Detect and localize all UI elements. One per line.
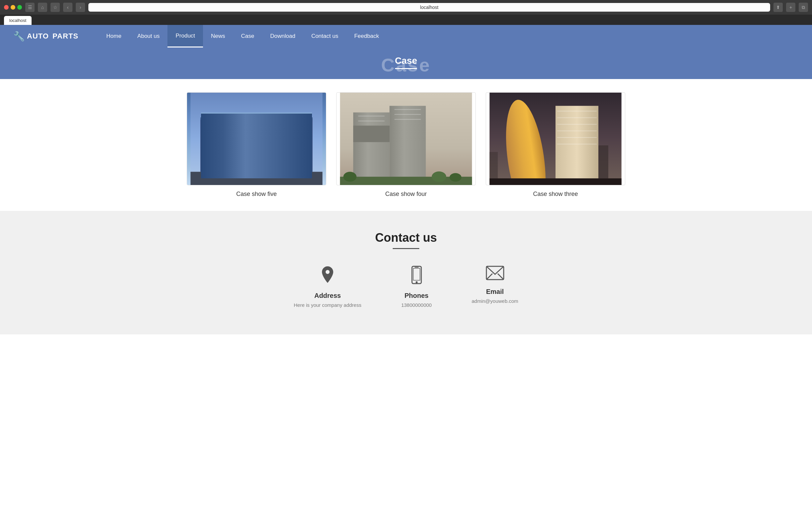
contact-divider [393,248,419,249]
svg-rect-6 [207,142,306,143]
svg-rect-46 [415,267,419,268]
svg-rect-3 [207,122,306,123]
svg-rect-21 [389,106,425,178]
case-card-four: Case show four [336,92,476,198]
svg-rect-24 [394,109,421,110]
svg-rect-2 [200,119,313,172]
contact-email-title: Email [472,288,518,296]
svg-rect-9 [207,162,306,163]
logo-auto: AUTO [27,32,49,40]
tab-bar: localhost [0,15,812,25]
contact-address-title: Address [294,292,361,300]
nav-about[interactable]: About us [129,25,168,47]
browser-chrome: ☰ ⌂ ☆ ‹ › localhost ⬆ + ⧉ [0,0,812,15]
contact-address: Address Here is your company address [294,266,361,308]
svg-rect-10 [217,119,218,172]
navbar: 🔧 AUTO PARTS Home About us Product News … [0,25,812,47]
case-image-four [336,92,476,185]
svg-rect-16 [200,117,313,120]
nav-feedback[interactable]: Feedback [346,25,387,47]
svg-rect-26 [394,119,421,120]
svg-rect-19 [353,112,389,179]
svg-line-49 [498,274,504,280]
browser-tab[interactable]: localhost [4,16,32,25]
svg-rect-23 [358,121,385,121]
svg-rect-37 [557,131,597,131]
forward-button[interactable]: › [76,3,85,12]
contact-address-value: Here is your company address [294,302,361,308]
main-content: Case show five [0,79,812,211]
close-window-button[interactable] [4,5,9,10]
location-icon [294,266,361,288]
home-button[interactable]: ⌂ [38,3,47,12]
svg-rect-22 [358,116,385,117]
svg-rect-39 [557,144,597,145]
back-button[interactable]: ‹ [63,3,72,12]
case-title-four: Case show four [336,191,476,198]
bookmark-button[interactable]: ☆ [50,3,60,12]
nav-download[interactable]: Download [262,25,303,47]
email-icon [472,266,518,284]
browser-window-controls [4,5,22,10]
sidebar-toggle-button[interactable]: ☰ [25,3,34,12]
logo: 🔧 AUTO PARTS [13,31,78,42]
contact-section: Contact us Address Here is your company … [0,211,812,334]
svg-rect-17 [230,131,270,137]
logo-icon: 🔧 [13,31,25,42]
svg-rect-25 [394,114,421,115]
case-card-five: Case show five [187,92,326,198]
nav-news[interactable]: News [203,25,233,47]
svg-point-45 [416,281,418,283]
case-card-three: Case show three [486,92,625,198]
svg-rect-34 [557,111,597,111]
nav-contact[interactable]: Contact us [303,25,346,47]
svg-point-30 [450,173,462,182]
contact-grid: Address Here is your company address Pho… [27,266,785,308]
logo-parts: PARTS [53,32,78,40]
svg-rect-7 [207,149,306,149]
svg-rect-38 [557,137,597,138]
nav-home[interactable]: Home [98,25,129,47]
phone-icon [401,266,432,288]
maximize-window-button[interactable] [17,5,22,10]
svg-line-48 [487,274,492,280]
case-title-five: Case show five [187,191,326,198]
building-blue-illustration [187,93,326,185]
svg-rect-5 [207,135,306,136]
minimize-window-button[interactable] [11,5,15,10]
case-image-three [486,92,625,185]
contact-email-value: admin@youweb.com [472,298,518,304]
svg-rect-40 [489,178,621,185]
contact-phones-value: 13800000000 [401,302,432,308]
nav-case[interactable]: Case [233,25,262,47]
svg-point-29 [432,171,446,182]
svg-rect-12 [250,119,250,172]
svg-rect-8 [207,155,306,156]
svg-rect-35 [557,117,597,118]
svg-point-28 [343,172,357,182]
case-image-five [187,92,326,185]
contact-email: Email admin@youweb.com [472,266,518,308]
share-button[interactable]: ⬆ [773,3,783,12]
contact-section-title: Contact us [27,231,785,245]
svg-rect-14 [283,119,284,172]
svg-rect-44 [413,268,420,280]
logo-text: AUTO PARTS [27,32,78,41]
svg-rect-36 [557,124,597,124]
hero-title: Case [395,56,417,69]
svg-rect-41 [598,146,608,178]
address-bar[interactable]: localhost [88,3,770,12]
svg-rect-15 [299,119,300,172]
new-tab-button[interactable]: + [786,3,795,12]
contact-phones-title: Phones [401,292,432,300]
svg-rect-11 [234,119,234,172]
tabs-button[interactable]: ⧉ [799,3,808,12]
svg-rect-1 [190,172,322,185]
nav-product[interactable]: Product [168,25,203,47]
case-grid: Case show five [27,92,785,198]
svg-rect-13 [266,119,267,172]
contact-phones: Phones 13800000000 [401,266,432,308]
case-title-three: Case show three [486,191,625,198]
page-hero: Case Case [0,47,812,79]
svg-rect-0 [190,93,322,185]
